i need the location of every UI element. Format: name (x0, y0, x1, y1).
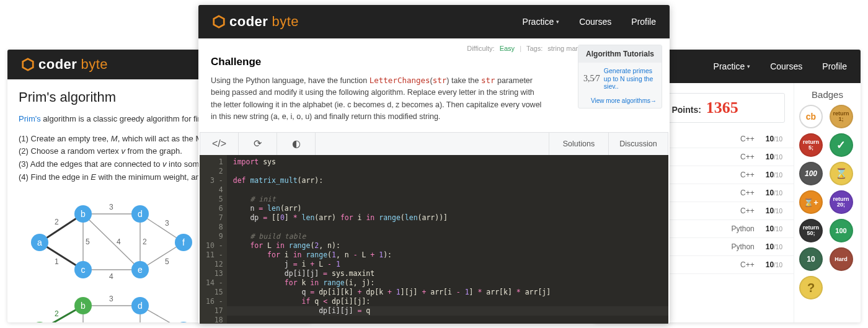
graph-figure-2: a b d f 2 3 (19, 293, 198, 322)
score: 10/10 (766, 224, 782, 233)
badge[interactable]: cb (799, 105, 823, 128)
score: 10/10 (766, 153, 782, 161)
node2-d: d (131, 297, 149, 314)
edge-ab: 2 (55, 218, 59, 226)
nav-courses[interactable]: Courses (579, 17, 611, 27)
points-value: 1365 (706, 99, 738, 117)
edge-bd: 3 (109, 203, 113, 211)
contrast-icon[interactable]: ◐ (277, 133, 316, 155)
nav: Practice▾ Courses Profile (714, 61, 847, 71)
lang: C++ (740, 206, 755, 215)
brand-part1: coder (38, 56, 77, 73)
badge[interactable]: ⌛ (830, 162, 853, 185)
edge2-ab: 2 (55, 309, 59, 318)
node-a: a (31, 234, 48, 251)
lang: Python (731, 242, 754, 251)
graph-figure-1: a b c d e f 2 3 3 1 5 4 2 5 4 (19, 195, 198, 282)
edge-ce: 4 (109, 272, 113, 281)
hex-icon (21, 58, 35, 71)
badge[interactable]: return 20; (830, 190, 853, 214)
node-b: b (74, 205, 92, 223)
brand-logo[interactable]: coderbyte (21, 56, 108, 73)
editor-toolbar: </> ⟳ ◐ Solutions Discussion (200, 132, 668, 155)
edge2-bd: 3 (109, 295, 113, 303)
lang: C++ (740, 260, 755, 269)
tags-label: Tags: (526, 45, 542, 52)
badge[interactable]: 100 (799, 162, 823, 185)
svg-line-5 (83, 214, 140, 270)
badge[interactable]: 10 (799, 247, 823, 271)
challenge-heading: Challenge (211, 56, 546, 68)
gutter: 123 ‑45678910 ‑11 ‑121314 ‑1516 ‑1718192… (200, 155, 227, 324)
tab-discussion[interactable]: Discussion (608, 133, 668, 155)
brand-part2: byte (81, 56, 108, 73)
challenge-description: Using the Python language, have the func… (211, 74, 546, 123)
nav-profile[interactable]: Profile (631, 17, 656, 27)
badge[interactable]: return 50; (799, 219, 823, 242)
badges-heading: Badges (799, 89, 856, 100)
node-c: c (74, 261, 92, 278)
code-lines: import sysdef matrix_mult(arr): # init n… (227, 155, 668, 324)
score: 10/10 (766, 171, 782, 179)
score: 10/10 (766, 135, 782, 143)
badge[interactable]: return 1; (830, 105, 853, 128)
badge[interactable]: return 5; (799, 133, 823, 157)
score: 10/10 (766, 188, 782, 197)
header: coderbyte Practice▾ Courses Profile (198, 5, 670, 38)
difficulty-value: Easy (500, 45, 515, 52)
edge-bc: 5 (86, 237, 90, 246)
tutorial-link: Generate primes up to N using the siev.. (604, 67, 657, 91)
node-d: d (131, 205, 149, 223)
code-editor[interactable]: 123 ‑45678910 ‑11 ‑121314 ‑1516 ‑1718192… (200, 155, 668, 324)
node-f: f (175, 234, 192, 251)
score: 10/10 (766, 242, 782, 251)
badge[interactable]: ? (799, 276, 823, 299)
edge-de: 2 (143, 237, 147, 246)
difficulty-label: Difficulty: (467, 45, 494, 52)
lang: Python (731, 224, 754, 233)
edge-ac: 1 (55, 257, 59, 266)
score: 10/10 (766, 260, 782, 269)
nav-profile[interactable]: Profile (822, 61, 847, 71)
fn-arg: str (433, 76, 447, 85)
brand-logo[interactable]: coderbyte (212, 14, 299, 30)
nav-practice[interactable]: Practice▾ (714, 61, 751, 71)
challenge-panel: coderbyte Practice▾ Courses Profile Diff… (198, 5, 670, 324)
lang: C++ (740, 153, 755, 161)
refresh-icon[interactable]: ⟳ (239, 133, 277, 155)
tutorials-title: Algorithm Tutorials (578, 45, 662, 63)
tutorial-fraction: 3,5⁄7 (583, 74, 600, 84)
badges-grid: cbreturn 1;return 5;✓100⌛⌛+return 20;ret… (799, 105, 856, 299)
lang: C++ (740, 135, 755, 143)
chevron-down-icon: ▾ (556, 19, 559, 25)
node-e: e (131, 261, 149, 278)
badge[interactable]: 100 (830, 219, 853, 242)
fn-name: LetterChanges (370, 76, 430, 85)
nav-practice[interactable]: Practice▾ (523, 17, 560, 27)
code-icon[interactable]: </> (200, 133, 239, 155)
node2-b: b (74, 297, 92, 314)
prims-link[interactable]: Prim's (19, 114, 41, 123)
tutorial-item[interactable]: 3,5⁄7 Generate primes up to N using the … (578, 63, 662, 95)
score: 10/10 (766, 206, 782, 215)
challenge-text: Challenge Using the Python language, hav… (198, 56, 558, 132)
nav: Practice▾ Courses Profile (523, 17, 656, 27)
nav-courses[interactable]: Courses (770, 61, 802, 71)
lang: C++ (740, 188, 755, 197)
hex-icon (212, 15, 226, 29)
edge-df: 3 (165, 219, 169, 228)
editor: </> ⟳ ◐ Solutions Discussion 123 ‑456789… (200, 132, 668, 324)
chevron-down-icon: ▾ (747, 63, 750, 69)
tab-solutions[interactable]: Solutions (549, 133, 608, 155)
badge[interactable]: ✓ (830, 133, 853, 157)
badge[interactable]: ⌛+ (799, 190, 823, 214)
badges-column: Badges cbreturn 1;return 5;✓100⌛⌛+return… (794, 83, 861, 322)
edge-be: 4 (117, 237, 121, 246)
tutorials-box: Algorithm Tutorials 3,5⁄7 Generate prime… (578, 45, 662, 109)
view-more-link[interactable]: View more algorithms→ (578, 95, 662, 108)
edge-ef: 5 (165, 257, 169, 266)
lang: C++ (740, 171, 755, 179)
badge[interactable]: Hard (830, 247, 853, 271)
